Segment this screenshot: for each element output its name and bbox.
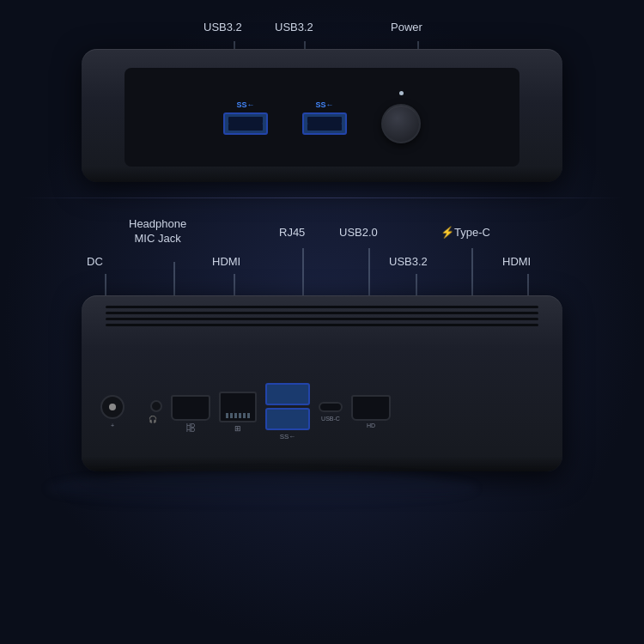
hdmi-left-group: HD (171, 395, 210, 428)
power-label: Power (391, 21, 422, 33)
device-top: SS← SS← (82, 49, 562, 182)
usb20-label: USB2.0 (339, 226, 378, 239)
vent-slit-4 (106, 324, 538, 326)
dc-label: DC (87, 255, 103, 268)
power-led (399, 91, 404, 95)
device-bottom-wrapper: + 🎧 HD (47, 295, 597, 471)
rj45-pin (239, 413, 241, 418)
top-labels-row: USB3.2 USB3.2 Power (47, 17, 597, 47)
device-bottom: + 🎧 HD (82, 295, 562, 471)
hdmi-port-left (171, 395, 210, 421)
usb3-port-1: SS← (223, 100, 268, 135)
usb32-label: USB3.2 (389, 255, 428, 268)
rj45-pin (226, 413, 228, 418)
dc-center (109, 404, 116, 410)
main-container: USB3.2 USB3.2 Power SS← SS← (0, 0, 644, 644)
usb-ss-label-bottom: SS← (265, 433, 310, 440)
vent-slit-3 (106, 318, 538, 320)
rj45-ethernet-icon: ⊞ (234, 424, 241, 433)
headphone-port-group: 🎧 (143, 400, 162, 423)
usb32-port-top (265, 383, 310, 405)
lightning-icon: ⚡ (440, 226, 454, 239)
usb-port-body-2 (302, 112, 347, 135)
dc-plus-label: + (111, 422, 114, 428)
bottom-shadow (82, 456, 562, 471)
dc-port (100, 395, 125, 419)
rj45-pins (226, 413, 250, 418)
rj45-pin (247, 413, 250, 418)
dc-port-group: + (100, 395, 125, 428)
hdmi1-label: HDMI (212, 255, 240, 268)
ports-row-bottom: + 🎧 HD (100, 371, 544, 453)
device-top-wrapper: SS← SS← (47, 49, 597, 182)
top-section: USB3.2 USB3.2 Power SS← SS← (47, 17, 597, 182)
usb2-label: USB3.2 (275, 21, 313, 33)
typec-label: ⚡Type-C (440, 226, 490, 239)
device-shadow (82, 167, 562, 182)
usb1-label: USB3.2 (204, 21, 242, 33)
usbc-sublabel: USB-C (321, 416, 340, 422)
usbc-port (319, 402, 343, 412)
usb32-stack: SS← (265, 383, 310, 440)
power-button[interactable] (381, 104, 421, 143)
headphone-icon-label: 🎧 (149, 416, 157, 423)
power-button-area (381, 91, 421, 143)
rj45-port (219, 392, 257, 422)
bottom-section: HeadphoneMIC Jack RJ45 USB2.0 ⚡Type-C DC… (47, 214, 597, 506)
headphone-label: HeadphoneMIC Jack (129, 217, 186, 246)
hdmi-right-group: HD (351, 395, 391, 428)
vent-area (106, 306, 538, 330)
rj45-pin (230, 413, 233, 418)
usb32-port-bottom (265, 408, 310, 430)
rj45-port-group: ⊞ (219, 392, 257, 433)
hdmi-right-sublabel: HD (367, 422, 375, 428)
usb-ss-label-1: SS← (236, 100, 254, 109)
usb-port-body-1 (223, 112, 268, 135)
rj45-pin (234, 413, 237, 418)
rj45-label: RJ45 (279, 226, 305, 239)
bottom-labels-top: HeadphoneMIC Jack RJ45 USB2.0 ⚡Type-C DC… (47, 214, 597, 295)
ports-area-top: SS← SS← (125, 68, 519, 167)
usb3-port-2: SS← (302, 100, 347, 135)
vent-slit-2 (106, 312, 538, 314)
rj45-pin (243, 413, 246, 418)
hdmi2-label: HDMI (502, 255, 531, 268)
usb-ss-label-2: SS← (315, 100, 333, 109)
section-divider (21, 197, 623, 198)
vent-slit-1 (106, 306, 538, 308)
device-reflection (47, 471, 477, 506)
usbc-port-group: USB-C (319, 402, 343, 422)
headphone-port (150, 400, 162, 412)
hdmi-port-right (351, 395, 391, 421)
